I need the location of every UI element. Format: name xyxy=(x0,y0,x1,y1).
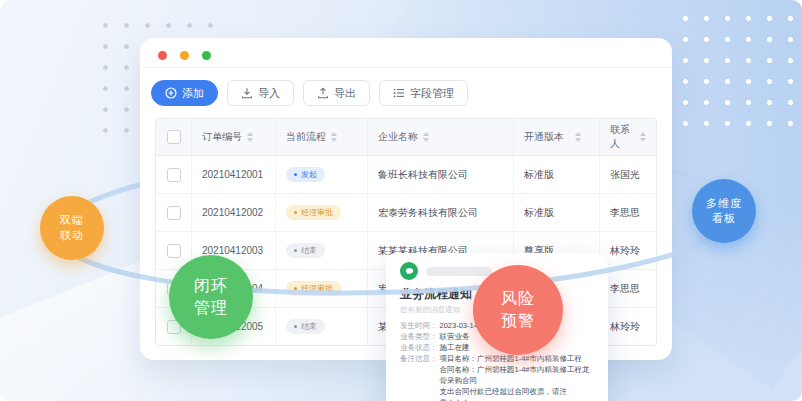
feature-bubble-dashboard: 多维度 看板 xyxy=(692,179,756,243)
cell-flow: 结束 xyxy=(276,308,368,345)
flow-status-badge: 经理审批 xyxy=(286,281,341,296)
status-dot-icon xyxy=(294,325,297,328)
import-icon xyxy=(241,87,253,99)
cell-contact: 李思思 xyxy=(600,270,656,307)
add-button[interactable]: 添加 xyxy=(151,80,218,106)
flow-status-badge: 结束 xyxy=(286,243,325,258)
bubble-text: 管理 xyxy=(194,297,228,319)
bubble-text: 双端 xyxy=(60,213,84,228)
source-name-placeholder xyxy=(426,267,492,276)
field-list-icon xyxy=(393,87,405,99)
import-button-label: 导入 xyxy=(258,86,280,101)
export-icon xyxy=(317,87,329,99)
bubble-text: 预警 xyxy=(501,310,535,332)
cell-version: 标准版 xyxy=(514,156,600,193)
flow-status-badge: 发起 xyxy=(286,167,325,182)
row-checkbox[interactable] xyxy=(167,206,181,220)
feature-bubble-closed-loop: 闭环 管理 xyxy=(169,255,253,339)
cell-flow: 经理审批 xyxy=(276,194,368,231)
field-manage-button-label: 字段管理 xyxy=(410,86,454,101)
select-all-checkbox[interactable] xyxy=(167,130,181,144)
column-header-flow[interactable]: 当前流程 xyxy=(276,119,368,155)
column-label: 当前流程 xyxy=(286,130,326,144)
cell-contact: 林玲玲 xyxy=(600,308,656,345)
cell-contact: 张国光 xyxy=(600,156,656,193)
column-label: 订单编号 xyxy=(202,130,242,144)
cell-contact: 李思思 xyxy=(600,194,656,231)
bubble-text: 风险 xyxy=(501,288,535,310)
bubble-text: 联动 xyxy=(60,228,84,243)
cell-contact: 林玲玲 xyxy=(600,232,656,269)
add-button-label: 添加 xyxy=(182,86,204,101)
column-label: 企业名称 xyxy=(378,130,418,144)
row-checkbox[interactable] xyxy=(167,168,181,182)
status-dot-icon xyxy=(294,287,297,290)
window-dot-red[interactable] xyxy=(158,51,167,60)
sort-icon[interactable] xyxy=(423,132,429,142)
cell-flow: 结束 xyxy=(276,232,368,269)
cell-order-no: 20210412001 xyxy=(192,156,276,193)
feature-bubble-risk-warning: 风险 预警 xyxy=(473,265,563,355)
column-header-version[interactable]: 开通版本 xyxy=(514,119,600,155)
flow-status-badge: 结束 xyxy=(286,319,325,334)
column-header-order-no[interactable]: 订单编号 xyxy=(192,119,276,155)
field-manage-button[interactable]: 字段管理 xyxy=(379,80,468,106)
import-button[interactable]: 导入 xyxy=(227,80,294,106)
bubble-text: 闭环 xyxy=(194,275,228,297)
export-button-label: 导出 xyxy=(334,86,356,101)
row-checkbox[interactable] xyxy=(167,244,181,258)
flow-status-badge: 经理审批 xyxy=(286,205,341,220)
window-dot-green[interactable] xyxy=(202,51,211,60)
status-dot-icon xyxy=(294,173,297,176)
chat-bubble-icon xyxy=(400,262,418,280)
feature-bubble-dual-link: 双端 联动 xyxy=(40,196,104,260)
cell-flow: 发起 xyxy=(276,156,368,193)
status-dot-icon xyxy=(294,249,297,252)
divider xyxy=(140,67,672,68)
status-dot-icon xyxy=(294,211,297,214)
field-note: 备注信息： 项目名称：广州碧桂园1-4#市内精装修工程 合同名称：广州碧桂园1-… xyxy=(400,353,594,401)
bubble-text: 多维度 xyxy=(706,196,742,211)
cell-order-no: 20210412002 xyxy=(192,194,276,231)
marketing-screenshot: 添加 导入 导出 xyxy=(0,0,802,401)
sort-icon[interactable] xyxy=(640,132,646,142)
note-lines: 项目名称：广州碧桂园1-4#市内精装修工程 合同名称：广州碧桂园1-4#市内精装… xyxy=(440,353,595,401)
column-label: 开通版本 xyxy=(524,130,564,144)
cell-flow: 经理审批 xyxy=(276,270,368,307)
dot-grid-right xyxy=(675,8,802,128)
table-header-row: 订单编号 当前流程 企业名称 开通版本 联系人 xyxy=(156,119,656,156)
column-header-company[interactable]: 企业名称 xyxy=(368,119,514,155)
bubble-text: 看板 xyxy=(712,211,736,226)
window-controls xyxy=(158,51,211,60)
export-button[interactable]: 导出 xyxy=(303,80,370,106)
cell-version: 标准版 xyxy=(514,194,600,231)
sort-icon[interactable] xyxy=(247,132,253,142)
column-label: 联系人 xyxy=(610,123,631,151)
column-header-contact[interactable]: 联系人 xyxy=(600,119,656,155)
window-dot-yellow[interactable] xyxy=(180,51,189,60)
cell-company: 宏泰劳务科技有限公司 xyxy=(368,194,514,231)
toolbar: 添加 导入 导出 xyxy=(151,80,468,106)
cell-company: 鲁班长科技有限公司 xyxy=(368,156,514,193)
sort-icon[interactable] xyxy=(331,132,337,142)
plus-circle-icon xyxy=(165,87,177,99)
sort-icon[interactable] xyxy=(575,132,581,142)
table-row[interactable]: 20210412002 经理审批 宏泰劳务科技有限公司 标准版 李思思 xyxy=(156,194,656,232)
table-row[interactable]: 20210412001 发起 鲁班长科技有限公司 标准版 张国光 xyxy=(156,156,656,194)
